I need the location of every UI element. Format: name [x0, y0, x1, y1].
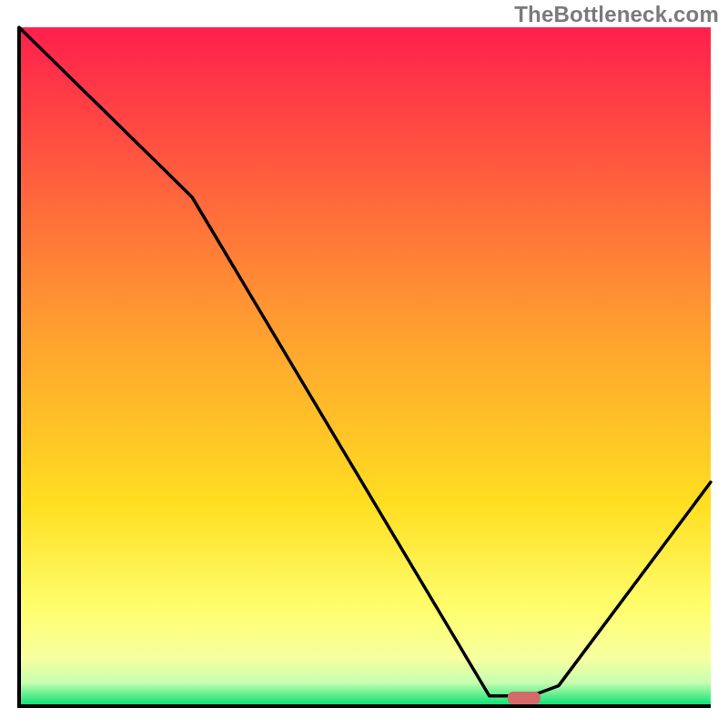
- bottleneck-curve-chart: [0, 0, 728, 728]
- chart-container: TheBottleneck.com: [0, 0, 728, 728]
- optimum-marker: [508, 692, 541, 704]
